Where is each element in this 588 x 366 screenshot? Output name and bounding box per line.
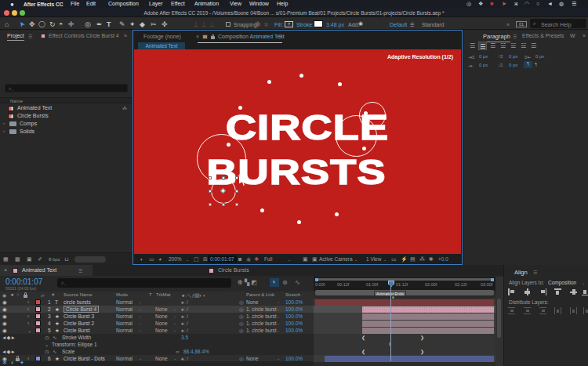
eye-icon[interactable]: ◉ — [2, 306, 7, 313]
rotobrush-tool[interactable]: ✂ — [151, 20, 157, 28]
layer-color-chip[interactable] — [35, 356, 41, 361]
mode-dropdown[interactable]: Normal — [116, 356, 132, 361]
right-tab-overflow[interactable]: » — [583, 33, 586, 38]
stopwatch-icon[interactable]: ◷ — [45, 349, 49, 355]
layer-color-chip[interactable] — [35, 321, 41, 326]
parent-dropdown[interactable]: 1. circle burst — [246, 328, 277, 333]
tab-timeline-animated-text[interactable]: × Animated Text ☰ — [0, 265, 93, 276]
new-folder-icon[interactable]: ▩ — [15, 256, 20, 263]
justify-all-button[interactable]: ☰ — [529, 42, 538, 50]
list-icon[interactable]: ☰ — [572, 1, 576, 7]
puppet-tool[interactable]: ✜ — [162, 20, 168, 28]
spotlight-icon[interactable]: ○ — [536, 1, 539, 6]
flowchart2-icon[interactable]: ⁂ — [419, 256, 425, 263]
selection-tool[interactable]: ➤ — [17, 20, 27, 29]
brush-tool[interactable]: ✎ — [119, 20, 125, 28]
layer-color-chip[interactable] — [35, 299, 41, 305]
align-top-layers-button[interactable] — [554, 288, 561, 295]
track-bar-6[interactable] — [325, 356, 494, 362]
distribute-bottom-button[interactable] — [539, 307, 546, 314]
fast-preview-icon[interactable]: ⚡ — [401, 256, 408, 263]
mode-dropdown[interactable]: Normal — [116, 321, 132, 326]
navigator-start-handle[interactable] — [315, 278, 318, 281]
selection-handle[interactable] — [209, 190, 212, 193]
expand-icon[interactable]: › — [27, 356, 29, 361]
snapping-checkbox[interactable] — [226, 22, 230, 27]
project-item-solids[interactable]: › Solids — [0, 128, 132, 136]
expand-arrow-icon[interactable]: › — [3, 121, 5, 125]
selection-handle[interactable] — [209, 176, 212, 179]
layer-switches[interactable]: ♠◌/ — [181, 328, 188, 333]
scale-value[interactable]: 88.4,88.4% — [183, 349, 209, 354]
volume-icon[interactable]: ◄ — [547, 1, 553, 6]
safe-margins-icon[interactable]: ⊞ — [203, 256, 208, 263]
graph-editor-icon[interactable]: ∿ — [295, 279, 300, 286]
align-right-button[interactable]: ☰ — [488, 42, 497, 50]
parent-dropdown[interactable]: 1. circle burst — [246, 313, 277, 319]
indent-right-value[interactable]: 0 px — [535, 54, 544, 59]
keyframe-icon[interactable]: ❮ — [361, 335, 365, 340]
fill-label[interactable]: Fill: — [274, 22, 283, 27]
parent-dropdown[interactable]: None — [246, 356, 259, 361]
layer-row-1[interactable]: ◉ › 1 T circle bursts Normal⌄ ♠◌/ ◎ None… — [0, 299, 314, 306]
menu-edit[interactable]: Edit — [86, 1, 96, 6]
camera-tool[interactable]: ◓ — [59, 20, 63, 28]
siri-icon[interactable]: ◍ — [559, 1, 564, 7]
parent-dropdown[interactable]: 1. circle burst — [246, 321, 277, 326]
expand-icon[interactable]: › — [27, 306, 29, 312]
workspace-default[interactable]: Default — [390, 22, 407, 27]
rocket-icon[interactable]: ➤ — [502, 1, 506, 7]
apple-menu-icon[interactable]: ● — [10, 1, 14, 8]
exposure-value[interactable]: +0.0 — [438, 256, 448, 262]
selection-handle[interactable] — [235, 176, 238, 179]
comp-menu-icon[interactable]: ☰ — [278, 34, 282, 39]
justify-last-right-button[interactable]: ☱ — [519, 42, 528, 50]
shape-tool[interactable]: ◎ — [85, 20, 91, 28]
tab-timeline-circle-bursts[interactable]: Circle Bursts — [218, 267, 249, 273]
main-display-icon[interactable]: ▭ — [149, 256, 154, 263]
track-bar-4[interactable] — [362, 321, 494, 327]
mode-dropdown[interactable]: Normal — [116, 313, 132, 319]
adjust-icon[interactable]: ✐ — [38, 256, 42, 263]
menu-file[interactable]: File — [71, 1, 79, 6]
align-left-layers-button[interactable] — [508, 288, 515, 295]
expand-arrow-icon[interactable]: › — [3, 129, 5, 133]
time-ruler[interactable]: 0:00f 00:12f 01:00f 01:12f 02:00f 02:12f… — [314, 277, 495, 291]
color-depth-label[interactable]: 8 bpc — [49, 257, 60, 262]
pen-tool[interactable]: ✒ — [96, 20, 103, 28]
keyframe-icon[interactable]: ❯ — [420, 335, 424, 340]
distribute-vcenter-button[interactable] — [524, 307, 531, 314]
align-right-layers-button[interactable] — [539, 288, 546, 295]
layer-color-chip[interactable] — [35, 313, 41, 319]
pixel-aspect-icon[interactable]: ▭ — [391, 256, 397, 263]
orbit-tool[interactable]: ↻ — [49, 20, 56, 28]
tab-effect-controls[interactable]: Effect Controls Circle Burst 4 — [49, 33, 119, 38]
stroke-width-value[interactable]: 3.5 — [181, 335, 188, 340]
space-before-value[interactable]: 0 px — [509, 54, 517, 59]
align-left-button[interactable]: ☰ — [468, 42, 477, 50]
snapshot-icon[interactable]: ◙ — [238, 256, 241, 262]
person-icon[interactable]: ✻ — [255, 20, 261, 28]
trkmat-dropdown[interactable]: None — [155, 328, 168, 333]
layer-switches[interactable]: ♠◌/ — [181, 356, 188, 361]
camera-dropdown[interactable]: Active Camera — [319, 256, 353, 262]
tab-w[interactable]: W — [570, 33, 575, 38]
channels-icon[interactable]: ❖ — [254, 256, 259, 263]
mode-dropdown[interactable]: Normal — [116, 299, 132, 305]
workspace-menu-icon[interactable]: ☰ — [410, 22, 414, 27]
timeline-search-box[interactable]: ⌕˯ — [57, 278, 231, 288]
stamp-tool[interactable]: ✦ — [129, 20, 136, 28]
selection-handle[interactable] — [235, 190, 238, 193]
close-footage-icon[interactable]: × — [196, 34, 199, 39]
timeline-menu-icon[interactable]: ☰ — [78, 268, 82, 274]
view-layout-dropdown[interactable]: 1 View — [366, 256, 381, 262]
track-bar-3[interactable] — [362, 313, 494, 320]
property-row-transform[interactable]: ⌄ Transform: Ellipse 1 — [0, 341, 314, 348]
layer-switches[interactable]: ♠◌/ — [181, 306, 188, 312]
expand-icon[interactable]: › — [27, 321, 29, 326]
composition-viewport[interactable]: Adaptive Resolution (1/2) CIRCLE BURSTS — [134, 49, 461, 254]
zoom-level-dropdown[interactable]: 200% — [169, 256, 182, 262]
trkmat-dropdown[interactable]: None — [155, 356, 168, 361]
mode-dropdown[interactable]: Normal — [116, 306, 132, 312]
menu-app-name[interactable]: After Effects CC — [24, 2, 64, 7]
